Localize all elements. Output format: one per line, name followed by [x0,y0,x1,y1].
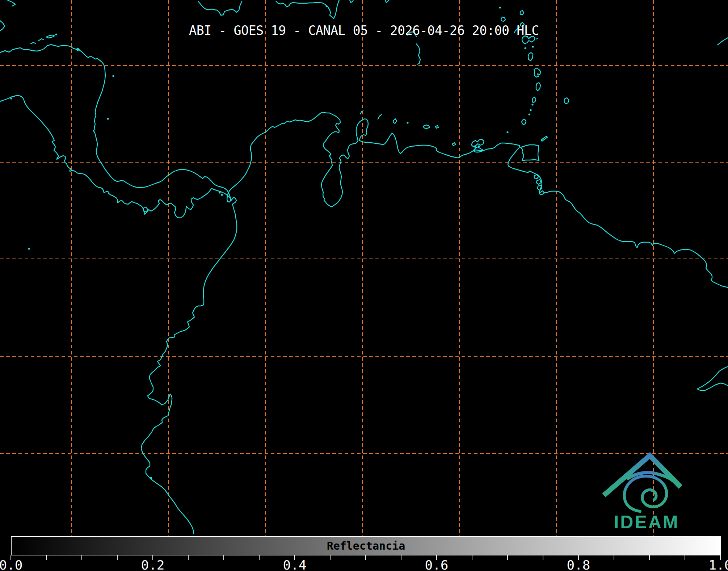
grenadine-1 [531,104,533,105]
colorbar-tick-label: 0.4 [283,558,306,571]
aruba [378,114,382,119]
satellite-product-image: IDEAM ABI - GOES 19 - CANAL 05 - 2026-04… [0,0,728,571]
coiba-island [143,207,148,212]
barbuda [501,17,505,21]
bay-island-small [39,39,44,41]
les-saintes [524,47,526,49]
map-canvas: IDEAM [0,0,728,571]
hispaniola-south-coast [276,0,339,18]
hispaniola-islet [325,5,327,7]
orinoco-delta-channel-2 [536,180,541,184]
pacific-coast-fonseca-to-peru [0,96,237,534]
san-andres-island [107,118,109,119]
malpelo-island [28,248,30,249]
graticule-grid [0,0,728,537]
coast-fragment-mona [350,0,353,3]
reflectance-colorbar: Reflectancia [11,536,721,555]
grenadine-2 [530,109,531,111]
map-title: ABI - GOES 19 - CANAL 05 - 2026-04-26 20… [0,23,728,38]
st-vincent [532,97,536,102]
yucatan-fragment-1 [7,0,15,6]
tobago [541,136,547,141]
margarita-island [471,139,484,146]
st-lucia [536,83,540,91]
trinidad [521,145,539,161]
colorbar-tick-label: 0.0 [0,558,23,571]
pearl-island-2 [221,194,223,196]
ideam-wordmark: IDEAM [614,512,679,532]
colorbar-tick-label: 0.2 [141,558,164,571]
ne-corner-islet [499,7,501,8]
los-testigos [506,131,508,133]
martinique [534,68,541,77]
virgin-islands-arc-2 [416,44,420,64]
bonaire [407,122,408,123]
coche-island [474,146,476,147]
providencia-island [112,75,114,77]
amazon-river-mouth [697,366,728,390]
pearl-island-1 [219,192,220,193]
marie-galante [532,46,534,47]
los-roques [424,125,430,129]
antigua [520,11,524,15]
dominica [528,53,533,61]
orinoco-delta-channel-4 [540,191,544,193]
grenada [522,119,526,125]
fonseca-islet [10,97,12,99]
peru-islet [150,477,152,479]
barbados [564,98,569,104]
puertorico-fragment [385,0,389,3]
colorbar-tick-labels: 0.00.20.40.60.81.0 [11,558,721,571]
caribbean-coast-honduras-to-guyana [0,45,728,287]
jamaica-south-coast [198,1,242,15]
curacao [393,119,397,123]
right-edge-island-fragment [718,38,728,45]
ideam-logo: IDEAM [604,455,681,532]
hurricane-spiral-icon [624,476,667,511]
bay-island-utila [31,42,35,44]
la-tortuga [452,143,456,146]
colorbar-label: Reflectancia [12,537,720,555]
grenadine-3 [528,113,530,115]
cubagua-island [478,145,480,147]
colorbar-tick-label: 1.0 [708,558,728,571]
colorbar-tick-label: 0.6 [425,558,448,571]
desirade-dash [536,38,538,39]
colorbar-tick-label: 0.8 [567,558,590,571]
la-orchila [435,126,438,128]
